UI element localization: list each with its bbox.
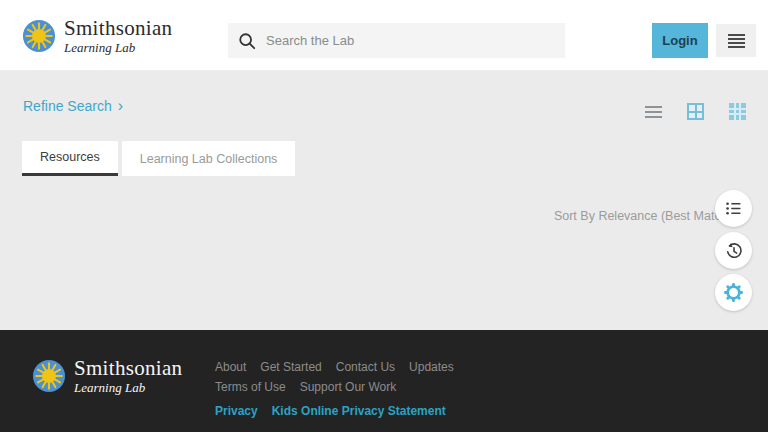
- search-icon: [238, 32, 256, 50]
- refine-search-label: Refine Search: [23, 98, 112, 114]
- list-line: [645, 116, 662, 118]
- footer-link-get-started[interactable]: Get Started: [260, 360, 321, 374]
- brand-subtitle: Learning Lab: [64, 41, 172, 54]
- list-view-icon[interactable]: [645, 103, 662, 120]
- footer-link-about[interactable]: About: [215, 360, 246, 374]
- search-input[interactable]: [266, 33, 555, 48]
- mosaic-view-icon[interactable]: [729, 103, 746, 120]
- footer-link-kids-privacy[interactable]: Kids Online Privacy Statement: [272, 404, 446, 418]
- search-bar: [228, 23, 565, 58]
- hamburger-line: [728, 34, 745, 36]
- bulleted-list-icon: [724, 199, 743, 218]
- brand-name: Smithsonian: [64, 18, 172, 39]
- footer-links-row1: About Get Started Contact Us Updates: [215, 360, 485, 374]
- footer-brand-text: Smithsonian Learning Lab: [74, 358, 182, 394]
- footer-link-updates[interactable]: Updates: [409, 360, 454, 374]
- hamburger-line: [728, 46, 745, 48]
- smithsonian-learning-lab-page: Smithsonian Learning Lab Login Refine Se…: [0, 0, 768, 432]
- footer-link-terms[interactable]: Terms of Use: [215, 380, 286, 394]
- results-tabs: Resources Learning Lab Collections: [22, 141, 295, 176]
- view-toggle-group: [645, 103, 746, 120]
- history-button[interactable]: [715, 232, 752, 269]
- settings-button[interactable]: [715, 274, 752, 311]
- list-line: [645, 106, 662, 108]
- footer-link-contact-us[interactable]: Contact Us: [336, 360, 395, 374]
- sunburst-logo-icon: [32, 359, 66, 393]
- floating-action-column: [715, 190, 752, 311]
- footer-links-row2: Terms of Use Support Our Work: [215, 380, 485, 394]
- footer-brand-name: Smithsonian: [74, 358, 182, 379]
- header: Smithsonian Learning Lab Login: [0, 0, 768, 70]
- hamburger-line: [728, 38, 745, 40]
- saved-list-button[interactable]: [715, 190, 752, 227]
- tab-resources[interactable]: Resources: [22, 141, 118, 176]
- history-icon: [724, 241, 744, 261]
- tab-learning-lab-collections[interactable]: Learning Lab Collections: [122, 141, 296, 176]
- refine-search-link[interactable]: Refine Search ›: [23, 98, 123, 114]
- sort-label: Sort By Relevance (Best Match): [554, 209, 732, 223]
- hamburger-line: [728, 42, 745, 44]
- hamburger-menu-button[interactable]: [716, 24, 756, 57]
- footer-link-support[interactable]: Support Our Work: [300, 380, 396, 394]
- brand-text: Smithsonian Learning Lab: [64, 18, 172, 54]
- grid-view-icon[interactable]: [687, 103, 704, 120]
- login-button[interactable]: Login: [652, 23, 708, 58]
- footer-link-privacy[interactable]: Privacy: [215, 404, 258, 418]
- footer-links: About Get Started Contact Us Updates Ter…: [215, 360, 485, 424]
- list-line: [645, 111, 662, 113]
- footer-logo[interactable]: Smithsonian Learning Lab: [32, 358, 182, 394]
- gear-icon: [723, 282, 744, 303]
- footer-links-privacy-row: Privacy Kids Online Privacy Statement: [215, 404, 485, 418]
- chevron-right-icon: ›: [118, 99, 123, 113]
- footer: Smithsonian Learning Lab About Get Start…: [0, 330, 768, 432]
- header-logo[interactable]: Smithsonian Learning Lab: [22, 18, 172, 54]
- sunburst-logo-icon: [22, 19, 56, 53]
- footer-brand-subtitle: Learning Lab: [74, 381, 182, 394]
